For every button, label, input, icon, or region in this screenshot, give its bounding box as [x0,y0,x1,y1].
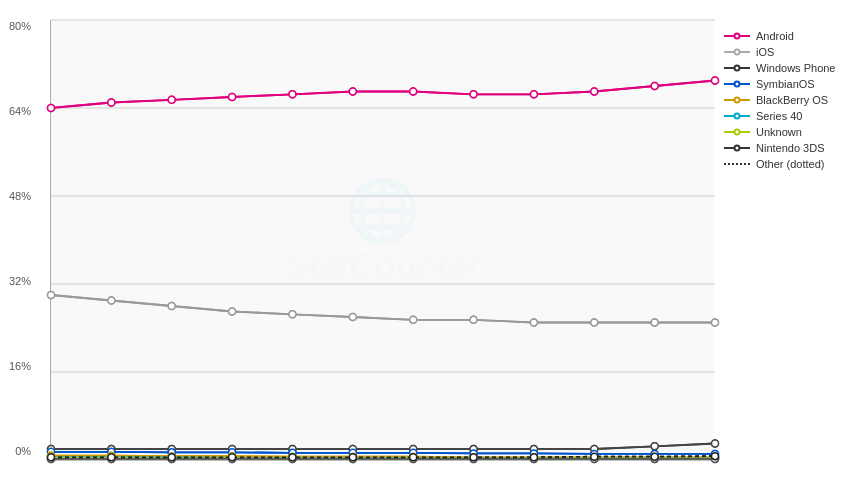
legend-item: Series 40 [724,110,844,122]
svg-point-131 [712,77,719,84]
svg-point-132 [48,292,55,299]
svg-point-128 [530,91,537,98]
chart-container: 🌐 StatCounter Global Stats 80% 64% 48% 3… [0,0,854,500]
legend-item: iOS [724,46,844,58]
svg-point-129 [591,88,598,95]
svg-point-135 [229,308,236,315]
svg-point-225 [591,453,598,460]
svg-point-126 [410,88,417,95]
y-label-80: 80% [9,20,31,32]
svg-point-127 [470,91,477,98]
svg-point-142 [651,319,658,326]
svg-point-134 [168,303,175,310]
y-label-32: 32% [9,275,31,287]
svg-point-143 [712,319,719,326]
svg-point-136 [289,311,296,318]
svg-point-137 [349,314,356,321]
svg-point-133 [108,297,115,304]
legend: AndroidiOSWindows PhoneSymbianOSBlackBer… [714,20,844,460]
legend-item: Unknown [724,126,844,138]
chart-body: 🌐 StatCounter Global Stats 80% 64% 48% 3… [0,20,854,500]
svg-point-219 [229,454,236,461]
legend-item: BlackBerry OS [724,94,844,106]
svg-point-125 [349,88,356,95]
svg-point-224 [530,454,537,461]
legend-item: SymbianOS [724,78,844,90]
chart-area: 🌐 StatCounter Global Stats 80% 64% 48% 3… [50,20,714,460]
y-label-48: 48% [9,190,31,202]
legend-item: Android [724,30,844,42]
legend-item: Windows Phone [724,62,844,74]
y-label-16: 16% [9,360,31,372]
svg-point-218 [168,454,175,461]
legend-item: Nintendo 3DS [724,142,844,154]
svg-point-220 [289,454,296,461]
legend-item: Other (dotted) [724,158,844,170]
chart-svg [51,20,714,459]
svg-point-221 [349,454,356,461]
svg-point-130 [651,83,658,90]
svg-point-122 [168,96,175,103]
svg-point-216 [48,454,55,461]
svg-point-226 [651,453,658,460]
svg-point-138 [410,316,417,323]
svg-point-124 [289,91,296,98]
svg-point-222 [410,454,417,461]
y-label-0: 0% [9,445,31,457]
svg-point-139 [470,316,477,323]
svg-point-120 [48,105,55,112]
y-label-64: 64% [9,105,31,117]
svg-point-223 [470,454,477,461]
y-axis-labels: 80% 64% 48% 32% 16% 0% [9,20,31,459]
svg-point-121 [108,99,115,106]
svg-point-140 [530,319,537,326]
svg-point-217 [108,454,115,461]
svg-point-141 [591,319,598,326]
svg-point-123 [229,94,236,101]
svg-point-227 [712,453,719,460]
svg-point-154 [651,443,658,450]
svg-point-155 [712,440,719,447]
